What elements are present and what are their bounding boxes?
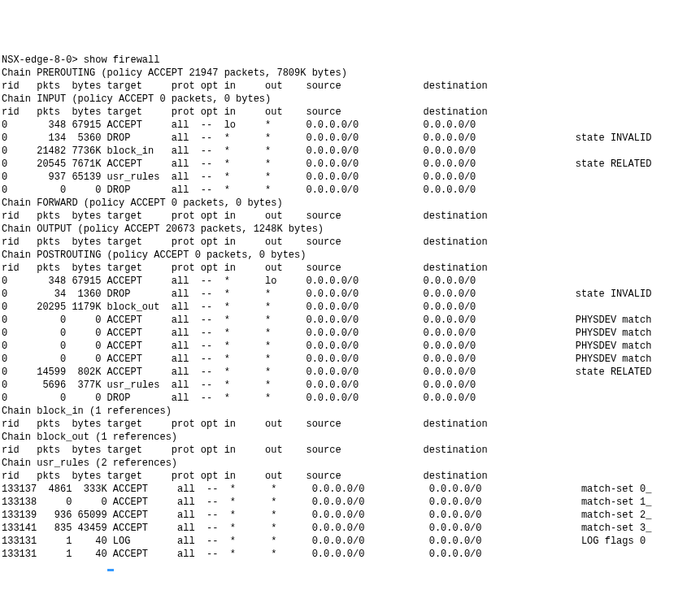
terminal-line: 0 20295 1179K block_out all -- * * 0.0.0… [2,301,698,314]
terminal-line: Chain POSTROUTING (policy ACCEPT 0 packe… [2,249,698,262]
terminal-line: 0 21482 7736K block_in all -- * * 0.0.0.… [2,145,698,158]
terminal-line: 0 0 0 DROP all -- * * 0.0.0.0/0 0.0.0.0/… [2,392,698,405]
terminal-line: rid pkts bytes target prot opt in out so… [2,470,698,483]
terminal-line: 133139 936 65099 ACCEPT all -- * * 0.0.0… [2,509,698,522]
terminal-line: Chain PREROUTING (policy ACCEPT 21947 pa… [2,67,698,80]
terminal-line: 0 348 67915 ACCEPT all -- lo * 0.0.0.0/0… [2,119,698,132]
terminal-line: 0 0 0 ACCEPT all -- * * 0.0.0.0/0 0.0.0.… [2,327,698,340]
terminal-line: rid pkts bytes target prot opt in out so… [2,418,698,431]
terminal-line: 0 5696 377K usr_rules all -- * * 0.0.0.0… [2,379,698,392]
terminal-line: rid pkts bytes target prot opt in out so… [2,236,698,249]
terminal-line: 133131 1 40 LOG all -- * * 0.0.0.0/0 0.0… [2,535,698,548]
terminal-line: 133141 835 43459 ACCEPT all -- * * 0.0.0… [2,522,698,535]
terminal-line: rid pkts bytes target prot opt in out so… [2,262,698,275]
terminal-line: Chain INPUT (policy ACCEPT 0 packets, 0 … [2,93,698,106]
terminal-line: 0 0 0 ACCEPT all -- * * 0.0.0.0/0 0.0.0.… [2,340,698,353]
terminal-line: rid pkts bytes target prot opt in out so… [2,80,698,93]
terminal-line: Chain FORWARD (policy ACCEPT 0 packets, … [2,197,698,210]
terminal-output[interactable]: NSX-edge-8-0> show firewallChain PREROUT… [2,54,698,574]
terminal-line: 0 348 67915 ACCEPT all -- * lo 0.0.0.0/0… [2,275,698,288]
terminal-line: 0 34 1360 DROP all -- * * 0.0.0.0/0 0.0.… [2,288,698,301]
terminal-line: 0 14599 802K ACCEPT all -- * * 0.0.0.0/0… [2,366,698,379]
terminal-line: Chain block_in (1 references) [2,405,698,418]
terminal-line: rid pkts bytes target prot opt in out so… [2,444,698,457]
terminal-line: rid pkts bytes target prot opt in out so… [2,106,698,119]
terminal-line: 0 0 0 DROP all -- * * 0.0.0.0/0 0.0.0.0/… [2,184,698,197]
terminal-line: Chain OUTPUT (policy ACCEPT 20673 packet… [2,223,698,236]
terminal-line: Chain block_out (1 references) [2,431,698,444]
terminal-line: 133131 1 40 ACCEPT all -- * * 0.0.0.0/0 … [2,548,698,561]
terminal-line: 0 937 65139 usr_rules all -- * * 0.0.0.0… [2,171,698,184]
terminal-line: 133137 4861 333K ACCEPT all -- * * 0.0.0… [2,483,698,496]
terminal-line: Chain usr_rules (2 references) [2,457,698,470]
terminal-line: 0 20545 7671K ACCEPT all -- * * 0.0.0.0/… [2,158,698,171]
terminal-line: 0 0 0 ACCEPT all -- * * 0.0.0.0/0 0.0.0.… [2,314,698,327]
terminal-line: NSX-edge-8-0> show firewall [2,54,698,67]
terminal-line: rid pkts bytes target prot opt in out so… [2,210,698,223]
cursor-line [2,561,698,574]
terminal-line: 0 0 0 ACCEPT all -- * * 0.0.0.0/0 0.0.0.… [2,353,698,366]
cursor [107,569,114,571]
terminal-line: 0 134 5360 DROP all -- * * 0.0.0.0/0 0.0… [2,132,698,145]
terminal-line: 133138 0 0 ACCEPT all -- * * 0.0.0.0/0 0… [2,496,698,509]
